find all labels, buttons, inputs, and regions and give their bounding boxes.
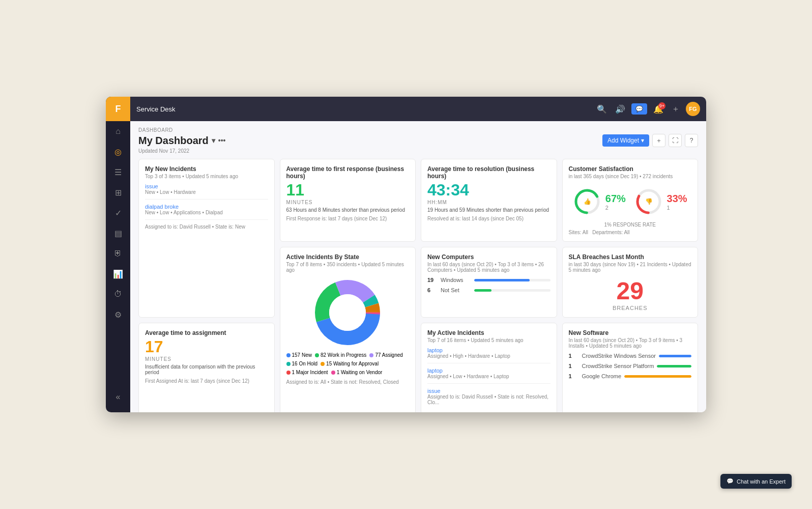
incident-meta: Assigned to is: David Russell • State is… [427,394,550,405]
chat-expert-button[interactable]: 💬 Chat with an Expert [720,474,792,489]
widget-avg-assignment: Average time to assignment 17 MINUTES In… [138,323,275,412]
toolbar-right: Add Widget ▾ ＋ ⛶ ? [602,134,698,147]
sidebar: F ⌂ ◎ ☰ ⊞ ✓ ▤ ⛨ 📊 ⏱ ⚙ « [106,97,130,412]
positive-satisfaction: 👍 67% 2 [573,187,626,216]
list-item: issue New • Low • Hardware [145,183,268,200]
add-icon[interactable]: ＋ [670,102,682,117]
sidebar-shield-icon[interactable]: ⛨ [106,243,130,264]
sidebar-chart-icon[interactable]: 📊 [106,264,130,284]
incident-name[interactable]: issue [427,388,550,394]
customer-sat-subtitle: in last 365 days (since Dec 19) • 272 in… [569,174,692,179]
negative-count: 1 [667,205,687,211]
sidebar-chat-icon[interactable]: ▤ [106,223,130,243]
incident-meta: Assigned • Low • Hardware • Laptop [427,374,550,379]
negative-pct: 33% [667,193,687,205]
breadcrumb: DASHBOARD [138,127,698,133]
sidebar-dashboard-icon[interactable]: ◎ [106,142,130,162]
list-item: 1 CrowdStrike Sensor Platform [569,363,692,369]
title-caret-icon[interactable]: ▾ [212,136,215,145]
widget-sla-breaches: SLA Breaches Last Month in last 30 days … [562,247,699,318]
positive-count: 2 [605,205,626,211]
list-item: issue Assigned to is: David Russell • St… [427,388,550,409]
legend-major: 1 Major Incident [286,370,328,375]
legend-vendor: 1 Waiting on Vendor [331,370,383,375]
title-more-icon[interactable]: ••• [218,136,226,145]
sidebar-logo[interactable]: F [106,97,130,121]
sidebar-collapse-icon[interactable]: « [106,387,130,407]
widget-my-active-incidents: My Active Incidents Top 7 of 16 items • … [421,323,557,412]
donut-chart [286,277,410,348]
donut-legend: 157 New 82 Work in Progress 77 Assigned [286,352,410,375]
dashboard-grid: My New Incidents Top 3 of 3 items • Upda… [138,159,698,412]
satisfaction-row: 👍 67% 2 [569,183,692,220]
sidebar-checklist-icon[interactable]: ✓ [106,203,130,223]
incident-name[interactable]: issue [145,183,268,189]
search-icon[interactable]: 🔍 [595,102,609,116]
chat-icon[interactable]: 💬 [631,103,647,115]
incident-meta: Assigned to is: David Russell • State is… [145,224,268,230]
page-title: My Dashboard ▾ ••• [138,135,226,147]
widget-my-new-incidents-subtitle: Top 3 of 3 items • Updated 5 minutes ago [145,174,268,179]
sidebar-tickets-icon[interactable]: ☰ [106,162,130,182]
avg-resolution-resolved: Resolved at is: last 14 days (since Dec … [427,216,550,221]
legend-new: 157 New [286,352,312,358]
grid-add-icon[interactable]: ＋ [652,134,665,147]
incident-meta: New • Low • Applications • Dialpad [145,210,268,215]
chat-expert-icon: 💬 [727,478,734,485]
sla-breaches-subtitle: in last 30 days (since Nov 19) • 21 Inci… [569,262,692,273]
incident-name[interactable]: laptop [427,347,550,353]
main-area: Service Desk 🔍 🔊 💬 🔔 9+ ＋ FG DASHBOARD M… [130,97,706,412]
avg-first-response-unit: MINUTES [286,200,410,205]
avg-assignment-value: 17 [145,337,268,356]
avg-assignment-resolved: First Assigned At is: last 7 days (since… [145,378,268,384]
add-widget-label: Add Widget [607,137,639,144]
user-avatar[interactable]: FG [686,102,700,116]
incident-meta: New • Low • Hardware [145,189,268,195]
page-updated: Updated Nov 17, 2022 [138,148,698,154]
legend-waiting: 15 Waiting for Approval [321,361,379,366]
speaker-icon[interactable]: 🔊 [613,102,627,116]
avg-first-response-comparison: 63 Hours and 8 Minutes shorter than prev… [286,207,410,213]
list-item: 19 Windows [427,277,550,283]
svg-text:👎: 👎 [645,197,652,205]
widget-avg-first-response-title: Average time to first response (business… [286,165,410,180]
notification-badge: 9+ [658,102,665,109]
widget-active-incidents: Active Incidents By State Top 7 of 8 ite… [280,247,416,412]
help-icon[interactable]: ? [685,134,698,147]
avg-assignment-comparison: Insufficient data for comparison with th… [145,364,268,375]
positive-pct: 67% [605,193,626,205]
list-item: laptop Assigned • High • Hardware • Lapt… [427,347,550,363]
widget-new-software: New Software In last 60 days (since Oct … [562,323,699,412]
list-item: Assigned to is: David Russell • State is… [145,224,268,234]
my-active-incidents-subtitle: Top 7 of 16 items • Updated 5 minutes ag… [427,337,550,343]
notification-icon[interactable]: 🔔 9+ [651,102,665,116]
new-software-title: New Software [569,329,692,336]
sidebar-assets-icon[interactable]: ⊞ [106,182,130,203]
widget-new-computers: New Computers In last 60 days (since Oct… [421,247,557,318]
active-incidents-footer: Assigned to is: All • State is not: Reso… [286,379,410,385]
add-widget-button[interactable]: Add Widget ▾ [602,134,649,147]
page-title-text: My Dashboard [138,135,209,147]
incident-name[interactable]: laptop [427,367,550,374]
sla-breaches-value: 29 [569,277,692,305]
add-widget-caret: ▾ [641,137,644,144]
list-item: dialpad broke New • Low • Applications •… [145,204,268,220]
response-rate: 1% RESPONSE RATE [569,222,692,228]
content-area: DASHBOARD My Dashboard ▾ ••• Add Widget … [130,121,706,412]
topbar-title: Service Desk [136,105,591,113]
legend-onhold: 16 On Hold [286,361,318,366]
sidebar-clock-icon[interactable]: ⏱ [106,284,130,304]
sidebar-settings-icon[interactable]: ⚙ [106,304,130,325]
expand-icon[interactable]: ⛶ [669,134,682,147]
negative-circle: 👎 [634,187,663,216]
positive-circle: 👍 [573,187,601,216]
incident-name[interactable]: dialpad broke [145,204,268,210]
sidebar-home-icon[interactable]: ⌂ [106,121,130,142]
svg-point-13 [329,294,366,331]
new-computers-title: New Computers [427,253,550,261]
widget-avg-resolution-title: Average time to resolution (business hou… [427,165,550,180]
sat-filters: Sites: All Departments: All [569,230,692,235]
new-software-subtitle: In last 60 days (since Oct 20) • Top 3 o… [569,337,692,349]
widget-customer-satisfaction: Customer Satisfaction in last 365 days (… [562,159,699,242]
active-incidents-subtitle: Top 7 of 8 items • 350 incidents • Updat… [286,262,410,273]
